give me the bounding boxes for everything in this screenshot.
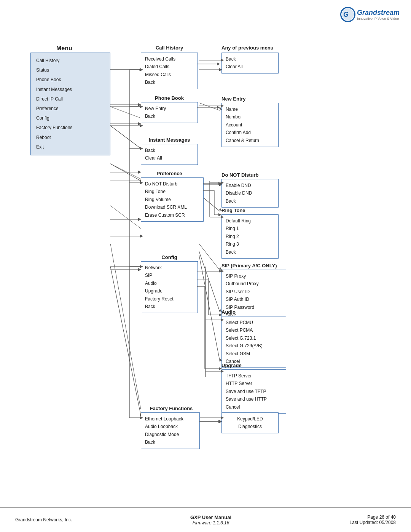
- dnd-back[interactable]: Back: [226, 197, 274, 205]
- arrow-pb-ne: [197, 104, 222, 110]
- audio-pcmu[interactable]: Select PCMU: [226, 319, 282, 326]
- prev-back[interactable]: Back: [226, 55, 274, 63]
- upg-save-http[interactable]: Save and use HTTP: [226, 395, 282, 403]
- rt-ring2[interactable]: Ring 2: [226, 233, 274, 240]
- call-history-header: Call History: [141, 45, 198, 51]
- prev-clear-all[interactable]: Clear All: [226, 63, 274, 70]
- pref-erase-scr[interactable]: Erase Custom SCR: [145, 211, 199, 219]
- pb-new-entry[interactable]: New Entry: [145, 105, 194, 112]
- ne-account[interactable]: Account: [226, 121, 274, 129]
- arrow-ff-keypad: [199, 419, 223, 425]
- dnd-disable[interactable]: Disable DND: [226, 189, 274, 197]
- cfg-upgrade[interactable]: Upgrade: [145, 287, 194, 295]
- keypad-led[interactable]: Keypad/LED: [226, 415, 274, 423]
- upg-tftp[interactable]: TFTP Server: [226, 372, 282, 380]
- upg-cancel[interactable]: Cancel: [226, 403, 282, 411]
- keypad-diagnostics[interactable]: Diagnostics: [226, 423, 274, 430]
- audio-g723[interactable]: Select G.723.1: [226, 334, 282, 342]
- menu-item-preference[interactable]: Preference: [36, 104, 105, 113]
- svg-marker-44: [217, 106, 220, 109]
- menu-item-direct-ip[interactable]: Direct IP Call: [36, 94, 105, 104]
- pref-dnd[interactable]: Do NOT Disturb: [145, 180, 199, 188]
- upg-save-tftp[interactable]: Save and use TFTP: [226, 388, 282, 395]
- rt-default[interactable]: Default Ring: [226, 217, 274, 225]
- audio-header: Audio: [221, 309, 236, 315]
- factory-functions-header: Factory Functions: [141, 406, 202, 411]
- arrow-cfg-sip: [197, 268, 223, 274]
- upg-http[interactable]: HTTP Server: [226, 380, 282, 387]
- audio-gsm[interactable]: Select GSM: [226, 350, 282, 358]
- arrow-pref-dnd: [203, 181, 223, 187]
- main-menu-box: Call History Status Phone Book Instant M…: [30, 53, 110, 155]
- sip-outbound[interactable]: Outbound Proxy: [226, 280, 282, 288]
- ch-dialed[interactable]: Dialed Calls: [145, 63, 194, 70]
- ff-audio-loopback[interactable]: Audio Loopback: [145, 423, 196, 430]
- audio-box: Select PCMU Select PCMA Select G.723.1 S…: [221, 316, 286, 368]
- dnd-enable[interactable]: Enable DND: [226, 182, 274, 189]
- menu-item-config[interactable]: Config: [36, 113, 105, 123]
- keypad-led-box: Keypad/LED Diagnostics: [221, 412, 279, 433]
- ne-confirm[interactable]: Confirm Add: [226, 129, 274, 136]
- svg-marker-46: [138, 122, 141, 125]
- factory-functions-box: Ethernet Loopback Audio Loopback Diagnos…: [141, 412, 200, 449]
- instant-messages-box: Back Clear All: [141, 144, 198, 165]
- menu-item-exit[interactable]: Exit: [36, 142, 105, 152]
- new-entry-header: New Entry: [221, 96, 246, 102]
- new-entry-box: Name Number Account Confirm Add Cancel &…: [221, 103, 279, 147]
- menu-item-status[interactable]: Status: [36, 66, 105, 75]
- rt-ring1[interactable]: Ring 1: [226, 225, 274, 232]
- svg-line-28: [199, 244, 220, 270]
- menu-item-reboot[interactable]: Reboot: [36, 133, 105, 142]
- cfg-network[interactable]: Network: [145, 264, 194, 272]
- sip-user-id[interactable]: SIP User ID: [226, 288, 282, 296]
- ch-received[interactable]: Received Calls: [145, 55, 194, 63]
- menu-item-instant-messages[interactable]: Instant Messages: [36, 85, 105, 94]
- upgrade-box: TFTP Server HTTP Server Save and use TFT…: [221, 369, 286, 414]
- ring-tone-header: Ring Tone: [221, 208, 245, 213]
- dnd-box: Enable DND Disable DND Back: [221, 179, 279, 208]
- sip-primary-header: SIP (Primary A/C ONLY): [221, 263, 277, 268]
- preference-header: Preference: [141, 171, 198, 176]
- ne-number[interactable]: Number: [226, 113, 274, 121]
- ff-back[interactable]: Back: [145, 438, 196, 446]
- ring-tone-box: Default Ring Ring 1 Ring 2 Ring 3 Back: [221, 214, 279, 259]
- ff-diag-mode[interactable]: Diagnostic Mode: [145, 431, 196, 438]
- pref-download-scr[interactable]: Download SCR XML: [145, 203, 199, 211]
- ch-missed[interactable]: Missed Calls: [145, 71, 194, 78]
- menu-item-factory[interactable]: Factory Functions: [36, 123, 105, 133]
- cfg-back[interactable]: Back: [145, 303, 194, 310]
- logo-tagline: Innovative IP Voice & Video: [357, 17, 400, 21]
- cfg-factory-reset[interactable]: Factory Reset: [145, 295, 194, 303]
- menu-item-call-history[interactable]: Call History: [36, 56, 105, 66]
- pref-ringvol[interactable]: Ring Volume: [145, 196, 199, 203]
- rt-ring3[interactable]: Ring 3: [226, 240, 274, 248]
- arrow-menu-pref: [110, 169, 142, 175]
- logo-brand: Grandstream: [357, 9, 400, 17]
- ne-name[interactable]: Name: [226, 105, 274, 113]
- ne-cancel[interactable]: Cancel & Return: [226, 137, 274, 144]
- rt-back[interactable]: Back: [226, 248, 274, 256]
- preference-box: Do NOT Disturb Ring Tone Ring Volume Dow…: [141, 177, 204, 222]
- svg-marker-54: [218, 213, 221, 216]
- cfg-sip[interactable]: SIP: [145, 272, 194, 279]
- ff-eth-loopback[interactable]: Ethernet Loopback: [145, 415, 196, 423]
- logo-area: G Grandstream Innovative IP Voice & Vide…: [346, 7, 400, 30]
- svg-marker-70: [218, 420, 221, 423]
- menu-item-phone-book[interactable]: Phone Book: [36, 75, 105, 85]
- ch-back[interactable]: Back: [145, 78, 194, 86]
- sip-proxy[interactable]: SIP Proxy: [226, 272, 282, 280]
- phone-book-header: Phone Book: [141, 95, 198, 101]
- svg-line-3: [110, 107, 141, 118]
- pb-back[interactable]: Back: [145, 112, 194, 120]
- sip-auth-id[interactable]: SIP Auth ID: [226, 296, 282, 303]
- pref-ringtone[interactable]: Ring Tone: [145, 188, 199, 195]
- audio-g729[interactable]: Select G.729(A/B): [226, 342, 282, 350]
- audio-pcma[interactable]: Select PCMA: [226, 326, 282, 334]
- any-prev-menu-header: Any of previous menu: [221, 45, 274, 51]
- im-back[interactable]: Back: [145, 147, 194, 154]
- phone-book-box: New Entry Back: [141, 102, 198, 123]
- footer: Grandstream Networks, Inc. GXP User Manu…: [0, 507, 411, 532]
- im-clear-all[interactable]: Clear All: [145, 154, 194, 162]
- cfg-audio[interactable]: Audio: [145, 280, 194, 287]
- arrow-ch-prev: [197, 60, 222, 68]
